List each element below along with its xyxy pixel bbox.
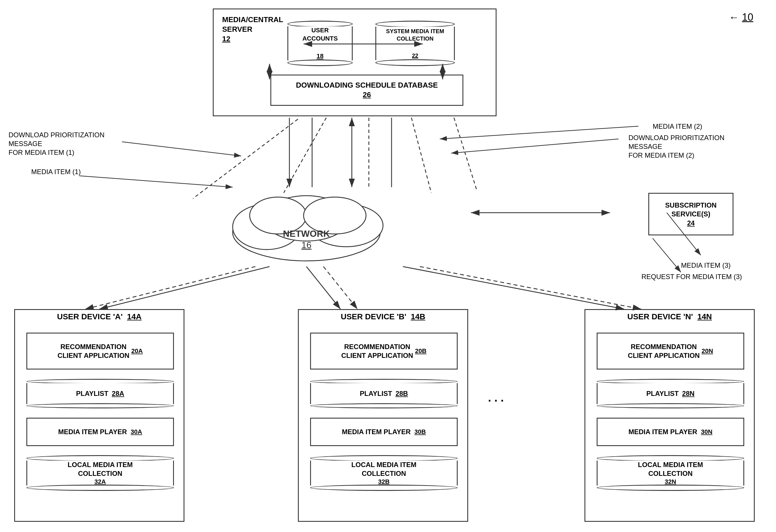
device-a-player: MEDIA ITEM PLAYER 30A: [26, 418, 174, 446]
svg-line-25: [440, 126, 638, 139]
device-a-playlist: PLAYLIST 28A: [26, 378, 174, 409]
subscription-label: SUBSCRIPTIONSERVICE(S): [665, 201, 717, 218]
svg-line-17: [99, 267, 269, 309]
device-b-player: MEDIA ITEM PLAYER 30B: [310, 418, 458, 446]
ann-download-msg-2: DOWNLOAD PRIORITIZATION MESSAGEFOR MEDIA…: [628, 133, 736, 160]
server-label: MEDIA/CENTRAL SERVER 12: [222, 15, 283, 44]
svg-line-19: [307, 267, 341, 309]
system-media-cylinder: SYSTEM MEDIA ITEMCOLLECTION 22: [375, 21, 455, 66]
ann-media-item-1: MEDIA ITEM (1): [31, 167, 81, 176]
device-n-playlist: PLAYLIST 28N: [597, 378, 744, 409]
svg-line-32: [411, 118, 431, 193]
user-accounts-label: USERACCOUNTS: [303, 26, 338, 42]
subscription-box: SUBSCRIPTIONSERVICE(S) 24: [648, 193, 734, 235]
system-media-label: SYSTEM MEDIA ITEMCOLLECTION: [386, 27, 444, 42]
device-b-playlist: PLAYLIST 28B: [310, 378, 458, 409]
downloading-db-ref: 26: [363, 90, 371, 100]
ellipsis-dots: . . .: [488, 391, 504, 404]
diagram: ← 10 MEDIA/CENTRAL SERVER 12 USERACCOUNT…: [0, 0, 776, 532]
downloading-db-box: DOWNLOADING SCHEDULE DATABASE 26: [270, 74, 463, 106]
ref-10: ← 10: [729, 11, 753, 23]
device-n-recommendation: RECOMMENDATIONCLIENT APPLICATION 20N: [597, 333, 744, 369]
device-n-box: USER DEVICE 'N' 14N RECOMMENDATIONCLIENT…: [584, 309, 755, 522]
device-b-box: USER DEVICE 'B' 14B RECOMMENDATIONCLIENT…: [298, 309, 468, 522]
ann-request-3: REQUEST FOR MEDIA ITEM (3): [641, 272, 742, 281]
system-media-ref: 22: [412, 52, 418, 59]
device-a-local: LOCAL MEDIA ITEMCOLLECTION 32A: [26, 455, 174, 491]
svg-line-26: [451, 139, 618, 153]
svg-line-28: [652, 238, 681, 272]
svg-line-22: [420, 267, 641, 309]
device-a-title: USER DEVICE 'A' 14A: [15, 310, 184, 322]
device-n-player: MEDIA ITEM PLAYER 30N: [597, 418, 744, 446]
server-box: MEDIA/CENTRAL SERVER 12 USERACCOUNTS 18 …: [213, 8, 497, 116]
svg-line-18: [85, 267, 255, 309]
device-a-recommendation: RECOMMENDATIONCLIENT APPLICATION 20A: [26, 333, 174, 369]
network-cloud: NETWORK 16: [221, 182, 392, 267]
user-accounts-ref: 18: [317, 52, 324, 60]
device-b-local: LOCAL MEDIA ITEMCOLLECTION 32B: [310, 455, 458, 491]
user-accounts-cylinder: USERACCOUNTS 18: [287, 21, 353, 66]
network-ref: 16: [301, 240, 312, 250]
device-n-local: LOCAL MEDIA ITEMCOLLECTION 32N: [597, 455, 744, 491]
ann-media-item-3: MEDIA ITEM (3): [681, 261, 731, 270]
ann-download-msg-1: DOWNLOAD PRIORITIZATION MESSAGEFOR MEDIA…: [8, 130, 116, 157]
svg-line-20: [324, 267, 358, 309]
device-a-box: USER DEVICE 'A' 14A RECOMMENDATIONCLIENT…: [14, 309, 184, 522]
svg-line-23: [122, 142, 241, 156]
device-b-title: USER DEVICE 'B' 14B: [299, 310, 467, 322]
svg-line-33: [454, 118, 477, 190]
svg-line-24: [79, 176, 233, 187]
device-n-title: USER DEVICE 'N' 14N: [585, 310, 754, 322]
svg-line-21: [403, 267, 624, 309]
downloading-db-label: DOWNLOADING SCHEDULE DATABASE: [296, 80, 438, 90]
ann-media-item-2: MEDIA ITEM (2): [652, 122, 702, 131]
device-b-recommendation: RECOMMENDATIONCLIENT APPLICATION 20B: [310, 333, 458, 369]
subscription-ref: 24: [687, 219, 695, 227]
network-label: NETWORK: [283, 229, 330, 239]
